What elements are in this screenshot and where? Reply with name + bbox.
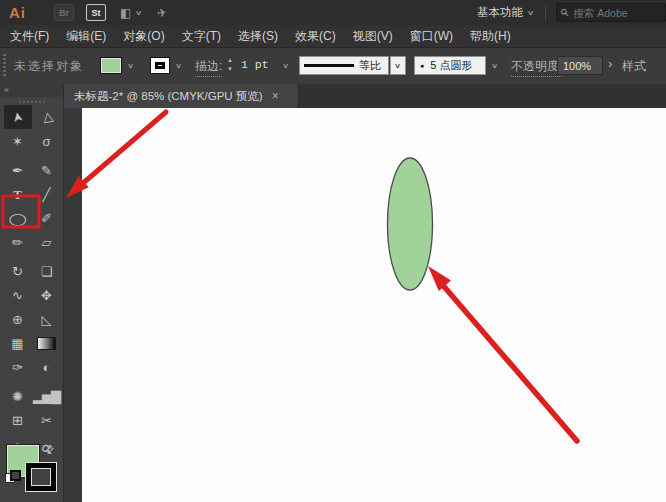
collapse-icon[interactable]: « — [4, 85, 9, 95]
blend-icon: ◐ — [43, 361, 51, 374]
document-tab-bar: 未标题-2* @ 85% (CMYK/GPU 预览) × — [64, 84, 666, 109]
direct-selection-tool-icon: ▷ — [39, 111, 54, 123]
tool-grid: ➤ ▷ ✶ σ ✒ ✎ T ╱ ◯ ✐ ✏ ▱ ↻ ❏ ∿ ✥ ⊕ ◺ ▦ ✑ … — [0, 105, 63, 461]
column-graph-tool[interactable]: ▂▅▇ — [33, 384, 61, 408]
stroke-ring — [155, 62, 165, 69]
brush-dot-icon: ● — [420, 62, 424, 69]
scale-tool[interactable]: ❏ — [33, 259, 61, 283]
shape-builder-icon: ⊕ — [12, 313, 23, 326]
style-label[interactable]: 样式 — [622, 58, 646, 76]
opacity-input[interactable]: 100% — [557, 56, 603, 75]
perspective-grid-tool[interactable]: ◺ — [33, 307, 61, 331]
lasso-tool[interactable]: σ — [33, 129, 61, 153]
profile-line-preview — [304, 64, 354, 67]
chevron-down-icon[interactable]: ∨ — [127, 62, 134, 70]
gradient-tool[interactable] — [33, 331, 61, 355]
menu-effect[interactable]: 效果(C) — [295, 28, 336, 45]
close-icon[interactable]: × — [272, 89, 279, 103]
arrange-documents-icon[interactable]: ◧ — [120, 6, 131, 20]
search-input[interactable] — [571, 6, 645, 20]
step-down-icon[interactable]: ▼ — [227, 65, 233, 74]
shape-builder-tool[interactable]: ⊕ — [4, 307, 32, 331]
chevron-down-icon: ∨ — [394, 62, 401, 70]
stock-icon[interactable]: St — [86, 4, 106, 21]
free-transform-tool[interactable]: ✥ — [33, 283, 61, 307]
fill-color-swatch[interactable] — [100, 57, 122, 74]
selection-tool[interactable]: ➤ — [4, 105, 32, 129]
stroke-swatch[interactable] — [26, 463, 56, 491]
column-graph-icon: ▂▅▇ — [33, 390, 60, 403]
menu-view[interactable]: 视图(V) — [353, 28, 393, 45]
ellipse-tool-icon: ◯ — [8, 212, 26, 224]
line-segment-icon: ╱ — [43, 188, 51, 201]
bridge-icon[interactable]: Br — [54, 4, 74, 21]
scale-icon: ❏ — [41, 265, 53, 278]
ellipse-tool[interactable]: ◯ — [4, 206, 32, 230]
menu-window[interactable]: 窗口(W) — [410, 28, 453, 45]
panel-drag-handle[interactable] — [3, 54, 6, 78]
paintbrush-tool[interactable]: ✐ — [33, 206, 61, 230]
menu-file[interactable]: 文件(F) — [10, 28, 49, 45]
free-transform-icon: ✥ — [41, 289, 52, 302]
pencil-tool[interactable]: ✏ — [4, 230, 32, 254]
step-up-icon[interactable]: ▲ — [227, 56, 233, 65]
menu-object[interactable]: 对象(O) — [123, 28, 164, 45]
stroke-panel-link[interactable]: 描边: — [195, 58, 222, 77]
direct-selection-tool[interactable]: ▷ — [33, 105, 61, 129]
blend-tool[interactable]: ◐ — [33, 355, 61, 379]
stroke-weight-value[interactable]: 1 pt — [241, 58, 269, 71]
symbol-sprayer-tool[interactable]: ✺ — [4, 384, 32, 408]
artboard-tool[interactable]: ⊞ — [4, 408, 32, 432]
magic-wand-icon: ✶ — [12, 135, 23, 148]
chevron-down-icon[interactable]: ∨ — [527, 9, 534, 17]
width-profile-dropdown[interactable]: ∨ — [390, 56, 406, 75]
default-fill-stroke-icon[interactable] — [5, 470, 19, 483]
mesh-icon: ▦ — [11, 337, 23, 350]
search-icon: ⚲ — [558, 6, 571, 19]
tools-panel-header[interactable]: « — [0, 84, 63, 97]
title-bar: Ai Br St ◧ ∨ ✈ 基本功能 ∨ ⚲ — [0, 0, 666, 26]
mesh-tool[interactable]: ▦ — [4, 331, 32, 355]
menu-help[interactable]: 帮助(H) — [470, 28, 511, 45]
curvature-icon: ✎ — [41, 164, 52, 177]
eraser-tool[interactable]: ▱ — [33, 230, 61, 254]
menu-edit[interactable]: 编辑(E) — [66, 28, 106, 45]
gradient-icon — [37, 337, 56, 350]
type-tool[interactable]: T — [4, 182, 32, 206]
width-profile-select[interactable]: 等比 — [299, 56, 389, 75]
document-tab[interactable]: 未标题-2* @ 85% (CMYK/GPU 预览) × — [64, 84, 299, 108]
eyedropper-tool[interactable]: ✑ — [4, 355, 32, 379]
workspace-switcher[interactable]: 基本功能 — [477, 5, 523, 20]
eraser-icon: ▱ — [42, 236, 52, 249]
opacity-panel-link[interactable]: 不透明度: — [511, 58, 562, 77]
share-icon[interactable]: ✈ — [156, 5, 168, 21]
slice-tool[interactable]: ✂ — [33, 408, 61, 432]
stroke-weight-stepper[interactable]: ▲ ▼ — [227, 56, 233, 74]
stroke-color-swatch[interactable] — [150, 57, 170, 74]
brush-select[interactable]: ● 5 点圆形 — [414, 56, 486, 75]
search-box[interactable]: ⚲ — [556, 3, 666, 22]
width-tool[interactable]: ∿ — [4, 283, 32, 307]
line-segment-tool[interactable]: ╱ — [33, 182, 61, 206]
brush-label: 5 点圆形 — [430, 58, 472, 73]
pen-tool[interactable]: ✒ — [4, 158, 32, 182]
rotate-tool[interactable]: ↻ — [4, 259, 32, 283]
profile-label: 等比 — [359, 58, 381, 73]
paintbrush-icon: ✐ — [41, 212, 52, 225]
stroke-swatch-hole — [31, 468, 51, 486]
control-bar: 未选择对象 ∨ ∨ 描边: ▲ ▼ 1 pt ∨ 等比 ∨ ● 5 点圆形 ∨ … — [0, 48, 666, 85]
menu-select[interactable]: 选择(S) — [238, 28, 278, 45]
illustrator-logo: Ai — [9, 4, 26, 21]
menu-type[interactable]: 文字(T) — [182, 28, 221, 45]
chevron-down-icon[interactable]: ∨ — [491, 62, 498, 70]
tools-drag-handle[interactable] — [19, 101, 45, 103]
menu-bar: 文件(F) 编辑(E) 对象(O) 文字(T) 选择(S) 效果(C) 视图(V… — [0, 25, 666, 48]
magic-wand-tool[interactable]: ✶ — [4, 129, 32, 153]
chevron-down-icon[interactable]: ∨ — [135, 9, 142, 17]
opacity-more-arrow[interactable]: › — [608, 56, 612, 71]
curvature-tool[interactable]: ✎ — [33, 158, 61, 182]
selection-tool-icon: ➤ — [10, 111, 25, 124]
chevron-down-icon[interactable]: ∨ — [175, 62, 182, 70]
chevron-down-icon[interactable]: ∨ — [282, 62, 289, 70]
canvas-area[interactable] — [82, 108, 666, 502]
